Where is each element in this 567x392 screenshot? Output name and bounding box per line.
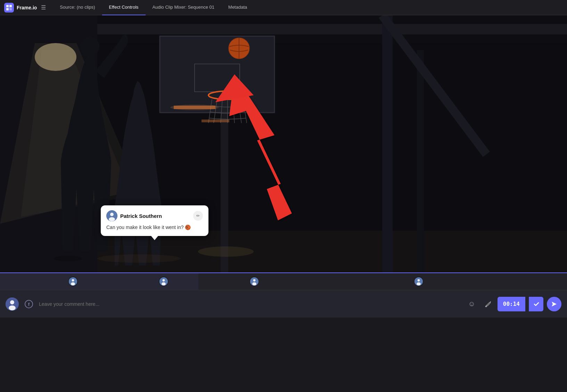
brush-button[interactable] [482, 298, 494, 310]
svg-point-43 [110, 213, 114, 216]
comment-edit-button[interactable]: ✏ [193, 211, 203, 221]
frameio-logo [4, 3, 14, 13]
timeline-track[interactable] [0, 273, 567, 290]
timeline-progress [0, 273, 198, 290]
timeline-avatar-2 [159, 277, 169, 286]
svg-marker-63 [552, 302, 557, 307]
send-button[interactable] [547, 297, 561, 311]
svg-point-50 [162, 283, 166, 286]
timeline-avatar-1 [68, 277, 78, 286]
svg-rect-3 [9, 5, 12, 7]
brand-name: Frame.io [17, 5, 37, 10]
timeline-avatar-4 [414, 277, 424, 286]
tab-bar: Frame.io ☰ Source: (no clips) Effect Con… [0, 0, 567, 15]
tab-effect-controls[interactable]: Effect Controls [102, 0, 146, 15]
svg-rect-1 [6, 5, 9, 7]
emoji-button[interactable]: ☺ [466, 298, 478, 310]
comment-header: Patrick Southern ✏ [106, 210, 203, 221]
timeline-marker-2[interactable] [159, 277, 169, 286]
svg-rect-4 [9, 8, 12, 10]
brand[interactable]: Frame.io ☰ [4, 3, 46, 13]
bottom-right-controls: ☺ 00:14 [466, 297, 561, 311]
svg-point-55 [418, 279, 420, 281]
frameio-icon-button[interactable]: f [23, 298, 35, 310]
svg-point-52 [253, 279, 256, 281]
comment-bubble: Patrick Southern ✏ Can you make it look … [101, 205, 208, 236]
svg-point-59 [9, 305, 16, 310]
tab-source[interactable]: Source: (no clips) [53, 0, 102, 15]
menu-icon[interactable]: ☰ [41, 4, 46, 11]
video-frame: Patrick Southern ✏ Can you make it look … [0, 15, 567, 272]
timeline-marker-1[interactable] [68, 277, 78, 286]
timeline-marker-3[interactable] [249, 277, 259, 286]
svg-point-62 [485, 306, 487, 307]
checkmark-button[interactable] [529, 297, 543, 311]
author-info: Patrick Southern [106, 210, 162, 221]
court-scene [0, 15, 567, 272]
timecode-button[interactable]: 00:14 [498, 297, 525, 311]
tab-audio-clip-mixer[interactable]: Audio Clip Mixer: Sequence 01 [146, 0, 222, 15]
svg-point-49 [163, 279, 165, 281]
video-player[interactable]: Patrick Southern ✏ Can you make it look … [0, 15, 567, 272]
svg-point-56 [417, 283, 421, 286]
svg-rect-2 [6, 8, 9, 10]
timeline-marker-4[interactable] [414, 277, 424, 286]
bottom-bar: f ☺ 00:14 [0, 290, 567, 318]
comment-text: Can you make it look like it went in? 🏀 [106, 224, 203, 231]
current-user-avatar [6, 297, 19, 311]
svg-rect-0 [4, 3, 14, 13]
comment-input[interactable] [39, 299, 461, 310]
svg-point-47 [71, 283, 75, 286]
svg-text:f: f [28, 302, 30, 307]
svg-rect-39 [0, 15, 567, 272]
svg-point-46 [72, 279, 74, 281]
timeline-avatar-3 [249, 277, 259, 286]
comment-author-name: Patrick Southern [120, 213, 162, 219]
comment-avatar [106, 210, 117, 221]
svg-point-44 [109, 217, 115, 221]
timeline-strip[interactable] [0, 272, 567, 290]
timecode-display: 00:14 [503, 301, 520, 307]
svg-point-58 [10, 300, 14, 304]
tab-metadata[interactable]: Metadata [221, 0, 254, 15]
svg-point-53 [252, 283, 256, 286]
